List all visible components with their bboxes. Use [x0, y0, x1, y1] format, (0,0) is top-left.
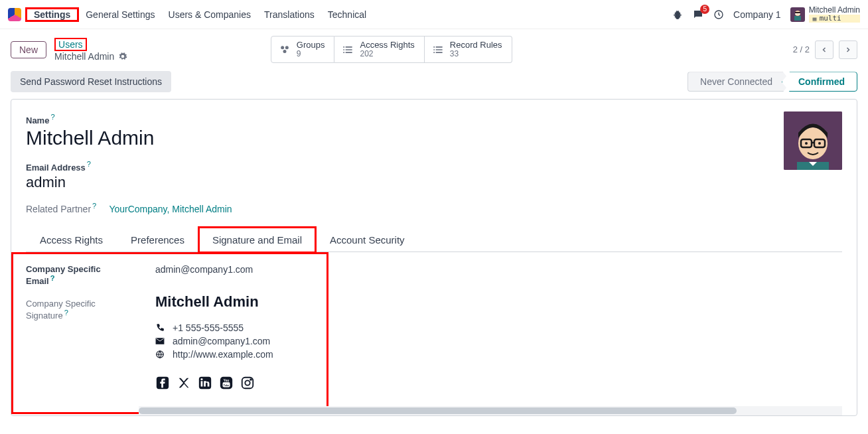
svg-point-8	[283, 50, 286, 53]
user-menu[interactable]: Mitchell Admin multi	[790, 6, 860, 23]
nav-general-settings[interactable]: General Settings	[79, 9, 161, 20]
messages-icon[interactable]: 5	[692, 9, 704, 21]
instagram-icon[interactable]	[240, 376, 255, 390]
x-twitter-icon[interactable]	[177, 376, 191, 390]
facebook-icon[interactable]	[155, 376, 170, 390]
access-rights-icon	[341, 43, 354, 56]
control-bar: New Users Mitchell Admin Groups9 Access …	[0, 29, 868, 63]
svg-point-14	[805, 142, 808, 145]
svg-point-29	[245, 381, 250, 386]
status-never-connected[interactable]: Never Connected	[687, 72, 791, 92]
nav-technical[interactable]: Technical	[321, 9, 373, 20]
messages-badge: 5	[700, 5, 709, 14]
statbox-access-rights[interactable]: Access Rights202	[334, 36, 424, 63]
email-icon	[155, 336, 165, 346]
name-label: Name	[26, 115, 49, 125]
user-avatar-large[interactable]	[784, 111, 842, 170]
company-signature-label: Company Specific Signature	[26, 299, 96, 321]
phone-icon	[155, 323, 165, 332]
signature-name: Mitchell Admin	[155, 293, 273, 311]
pager: 2 / 2	[793, 40, 857, 59]
bug-icon[interactable]	[672, 9, 683, 20]
breadcrumb-users[interactable]: Users	[54, 38, 87, 51]
statbox-record-rules[interactable]: Record Rules33	[425, 36, 512, 63]
company-email-help-icon[interactable]: ?	[50, 274, 55, 282]
globe-icon	[155, 350, 165, 359]
company-email-value[interactable]: admin@company1.com	[155, 264, 273, 275]
partner-link[interactable]: YourCompany, Mitchell Admin	[109, 203, 232, 214]
svg-point-23	[200, 378, 202, 380]
clock-icon[interactable]	[713, 9, 724, 20]
signature-phone: +1 555-555-5555	[173, 323, 244, 333]
svg-rect-3	[794, 16, 801, 21]
send-password-reset-button[interactable]: Send Password Reset Instructions	[11, 71, 171, 92]
gear-icon[interactable]	[118, 52, 127, 61]
nav-translations[interactable]: Translations	[257, 9, 321, 20]
email-label: Email Address	[26, 163, 86, 173]
stat-boxes: Groups9 Access Rights202 Record Rules33	[271, 36, 512, 63]
partner-label: Related Partner	[26, 203, 91, 214]
app-logo[interactable]	[8, 8, 21, 21]
signature-email: admin@company1.com	[173, 336, 270, 346]
svg-rect-5	[798, 13, 800, 15]
nav-settings[interactable]: Settings	[25, 7, 79, 22]
statbox-groups[interactable]: Groups9	[271, 36, 335, 63]
form-content: Send Password Reset Instructions Never C…	[0, 63, 868, 416]
tab-account-security[interactable]: Account Security	[316, 227, 419, 252]
name-value[interactable]: Mitchell Admin	[26, 127, 842, 149]
breadcrumb: Users Mitchell Admin	[54, 38, 127, 62]
tab-access-rights[interactable]: Access Rights	[26, 227, 117, 252]
svg-point-6	[281, 46, 284, 49]
tab-signature-email[interactable]: Signature and Email	[198, 227, 316, 252]
company-signature-help-icon[interactable]: ?	[64, 309, 68, 317]
svg-rect-4	[795, 13, 797, 15]
new-button[interactable]: New	[11, 41, 46, 58]
linkedin-icon[interactable]	[198, 376, 212, 390]
signature-email-panel: Company Specific Email? Company Specific…	[26, 259, 842, 403]
name-help-icon[interactable]: ?	[50, 113, 54, 121]
groups-icon	[278, 43, 291, 56]
breadcrumb-current: Mitchell Admin	[54, 51, 114, 62]
horizontal-scrollbar[interactable]	[139, 406, 842, 415]
pager-text[interactable]: 2 / 2	[793, 44, 810, 54]
status-confirmed[interactable]: Confirmed	[782, 72, 857, 92]
multi-tag: multi	[809, 15, 860, 23]
signature-web: http://www.example.com	[173, 349, 273, 360]
svg-text:Tube: Tube	[224, 384, 229, 387]
youtube-icon[interactable]: YouTube	[219, 376, 234, 390]
top-navbar: Settings General Settings Users & Compan…	[0, 0, 868, 29]
partner-help-icon[interactable]: ?	[92, 202, 96, 210]
pager-next-button[interactable]	[839, 40, 857, 59]
company-switcher[interactable]: Company 1	[733, 9, 781, 20]
tab-preferences[interactable]: Preferences	[117, 227, 198, 252]
form-sheet: Name? Mitchell Admin Email Address? admi…	[11, 99, 857, 416]
svg-point-7	[285, 46, 289, 49]
nav-users-companies[interactable]: Users & Companies	[162, 9, 258, 20]
user-avatar-small	[790, 7, 805, 22]
svg-rect-22	[201, 382, 203, 387]
email-value[interactable]: admin	[26, 174, 842, 191]
svg-point-15	[818, 142, 821, 145]
svg-text:You: You	[224, 380, 230, 383]
company-email-label: Company Specific Email	[26, 264, 101, 286]
email-help-icon[interactable]: ?	[87, 160, 91, 168]
form-tabs: Access Rights Preferences Signature and …	[26, 227, 842, 252]
pager-prev-button[interactable]	[815, 40, 833, 59]
record-rules-icon	[431, 43, 445, 56]
svg-point-30	[250, 379, 252, 380]
status-bar: Never Connected Confirmed	[687, 72, 857, 92]
